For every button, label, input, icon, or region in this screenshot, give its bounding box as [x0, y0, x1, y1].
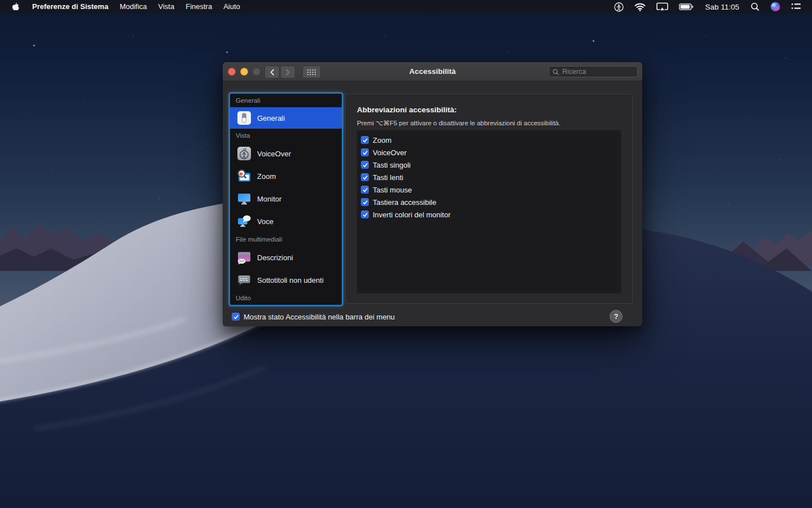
footer-row: Mostra stato Accessibilità nella barra d…: [232, 310, 633, 323]
detail-pane: Abbreviazioni accessibilità: Premi ⌥⌘F5 …: [345, 94, 633, 304]
close-button[interactable]: [228, 68, 236, 76]
shortcut-row-zoom[interactable]: Zoom: [361, 134, 620, 146]
sidebar-item-label: Generali: [257, 114, 285, 122]
sidebar-section-vista: Vista: [230, 129, 342, 142]
sidebar-item-voce[interactable]: Voce: [230, 210, 342, 233]
window-titlebar[interactable]: Accessibilità: [223, 62, 642, 81]
shortcut-row-tasti-singoli[interactable]: Tasti singoli: [361, 159, 620, 171]
voiceover-icon: [236, 146, 252, 162]
menu-clock[interactable]: Sab 11:05: [701, 3, 743, 11]
checkbox[interactable]: [361, 198, 369, 206]
sidebar-section-file-multimediali: File multimediali: [230, 233, 342, 246]
shortcut-label: Tastiera accessibile: [373, 198, 436, 207]
show-all-grid-button[interactable]: [302, 65, 321, 78]
menu-bar-status-label: Mostra stato Accessibilità nella barra d…: [244, 313, 395, 321]
sidebar-item-monitor[interactable]: Monitor: [230, 187, 342, 210]
checkbox[interactable]: [361, 148, 369, 156]
sidebar-item-voiceover[interactable]: VoiceOver: [230, 142, 342, 165]
menu-bar: Preferenze di Sistema Modifica Vista Fin…: [0, 0, 812, 14]
checkbox[interactable]: [361, 136, 369, 144]
window-content: Generali Generali Vista: [223, 81, 642, 327]
minimize-button[interactable]: [240, 68, 248, 76]
traffic-lights: [228, 68, 261, 76]
monitor-icon: [236, 191, 252, 207]
zoom-button-disabled: [253, 68, 261, 76]
sidebar-item-generali[interactable]: Generali: [230, 107, 342, 129]
search-field[interactable]: [549, 66, 638, 77]
shortcut-row-tastiera-accessibile[interactable]: Tastiera accessibile: [361, 196, 620, 208]
menu-bar-status-checkbox[interactable]: [232, 313, 240, 321]
shortcuts-listbox[interactable]: Zoom VoiceOver Tasti singoli Tasti lenti: [357, 130, 621, 293]
back-button[interactable]: [264, 65, 280, 78]
forward-button[interactable]: [280, 65, 295, 78]
speech-icon: [236, 213, 252, 230]
battery-icon[interactable]: [676, 0, 696, 14]
shortcut-row-tasti-mouse[interactable]: Tasti mouse: [361, 183, 620, 196]
sidebar-section-generali: Generali: [230, 94, 342, 107]
siri-icon[interactable]: [767, 0, 783, 14]
menu-bar-left: Preferenze di Sistema Modifica Vista Fin…: [0, 0, 246, 14]
shortcut-row-tasti-lenti[interactable]: Tasti lenti: [361, 171, 620, 183]
menu-vista[interactable]: Vista: [153, 0, 180, 14]
desktop: Preferenze di Sistema Modifica Vista Fin…: [0, 0, 812, 508]
zoom-lens-icon: [236, 168, 252, 185]
sidebar-item-label: VoiceOver: [257, 150, 291, 158]
sidebar-item-sottotitoli[interactable]: Sottotitoli non udenti: [230, 269, 342, 291]
apple-logo-icon: [11, 2, 20, 12]
sidebar-item-label: Zoom: [257, 172, 276, 181]
apple-menu[interactable]: [0, 2, 27, 12]
shortcuts-subheading: Premi ⌥⌘F5 per attivare o disattivare le…: [357, 119, 561, 127]
shortcut-row-inverti-colori[interactable]: Inverti colori del monitor: [361, 208, 620, 221]
sidebar-item-label: Voce: [257, 217, 273, 226]
checkbox[interactable]: [361, 173, 369, 181]
search-icon: [553, 69, 559, 75]
shortcut-label: Inverti colori del monitor: [373, 211, 451, 219]
accessibility-icon[interactable]: [611, 0, 626, 14]
search-input[interactable]: [561, 67, 634, 76]
sidebar-item-label: Monitor: [257, 195, 281, 203]
shortcut-label: Zoom: [373, 136, 391, 144]
spotlight-icon[interactable]: [748, 0, 762, 14]
general-switch-icon: [236, 110, 252, 126]
descriptions-icon: [236, 249, 252, 266]
sidebar: Generali Generali Vista: [230, 94, 342, 305]
shortcut-label: Tasti singoli: [373, 161, 411, 169]
help-button[interactable]: ?: [610, 310, 623, 323]
menu-aiuto[interactable]: Aiuto: [218, 0, 246, 14]
sidebar-item-zoom[interactable]: Zoom: [230, 165, 342, 187]
checkbox[interactable]: [361, 161, 369, 169]
display-mirroring-icon[interactable]: [654, 0, 671, 14]
shortcut-row-voiceover[interactable]: VoiceOver: [361, 146, 620, 159]
shortcut-label: VoiceOver: [373, 148, 407, 157]
checkbox[interactable]: [361, 211, 369, 218]
sidebar-section-udito: Udito: [230, 291, 342, 305]
shortcut-label: Tasti lenti: [373, 173, 403, 182]
notification-center-icon[interactable]: [788, 0, 804, 14]
captions-icon: [236, 272, 252, 288]
wifi-icon[interactable]: [632, 0, 648, 14]
shortcut-label: Tasti mouse: [373, 186, 412, 194]
menu-bar-status: Sab 11:05: [611, 0, 812, 14]
sidebar-item-label: Sottotitoli non udenti: [257, 276, 324, 284]
menu-modifica[interactable]: Modifica: [114, 0, 152, 14]
sidebar-item-label: Descrizioni: [257, 253, 293, 262]
shortcuts-heading: Abbreviazioni accessibilità:: [357, 106, 457, 114]
menu-finestra[interactable]: Finestra: [180, 0, 218, 14]
preferences-window: Accessibilità Generali: [223, 62, 642, 326]
sidebar-item-descrizioni[interactable]: Descrizioni: [230, 246, 342, 269]
checkbox[interactable]: [361, 186, 369, 194]
menu-app-name[interactable]: Preferenze di Sistema: [27, 0, 114, 14]
